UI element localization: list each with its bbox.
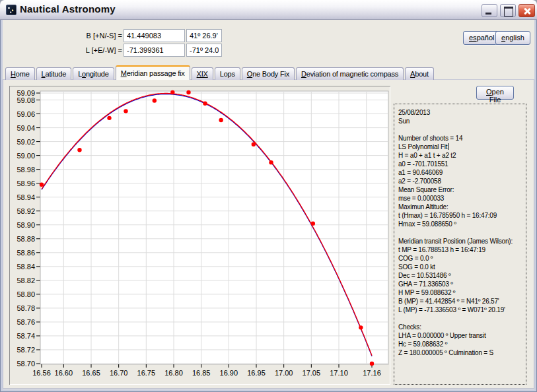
x-tick-label: 16.56: [32, 369, 51, 377]
y-tick-label: 58.94: [17, 193, 35, 201]
chart-panel: 16.5616.6016.6516.7016.7516.8016.8516.90…: [9, 86, 390, 385]
info-line: Checks:: [398, 323, 524, 331]
minimize-button[interactable]: [482, 4, 497, 17]
info-line: Sun: [398, 117, 524, 125]
tab-latitude[interactable]: Latitude: [36, 67, 72, 80]
y-tick-label: 59.02: [17, 138, 35, 146]
x-tick-label: 16.90: [220, 369, 238, 377]
info-line: COG = 0.0 º: [398, 254, 524, 263]
x-tick-label: 16.95: [247, 369, 266, 377]
tab-about[interactable]: About: [405, 67, 434, 80]
app-icon: [6, 5, 17, 15]
info-line: Meridian transit Position (James Wilson)…: [398, 237, 524, 245]
x-tick-label: 17.00: [275, 369, 293, 377]
info-line: GHA = 71.336503 º: [398, 280, 524, 288]
info-line: a2 = -2.700058: [398, 177, 524, 185]
info-line: Z = 180.000005 º Culmination = S: [398, 348, 524, 357]
y-tick-label: 58.90: [17, 221, 35, 229]
open-file-button[interactable]: Open File: [476, 86, 514, 100]
info-line: LS Polynomial Fit: [398, 143, 524, 151]
info-line: Maximun Altitude:: [398, 203, 524, 211]
info-line: 25/08/2013: [398, 108, 524, 117]
info-line: Number of shoots = 14: [398, 134, 524, 143]
y-tick-label: 58.84: [17, 263, 35, 271]
y-tick-label: 58.82: [17, 277, 35, 284]
info-line: L (MP) = -71.336503 º = W071º 20.19': [398, 306, 524, 314]
x-tick-label: 16.60: [55, 369, 73, 377]
info-line: Dec = 10.531486 º: [398, 271, 524, 280]
tab-meridian-passage-fix[interactable]: Meridian passage fix: [116, 65, 190, 80]
x-tick-label: 17.16: [363, 369, 381, 377]
info-line: a1 = 90.646069: [398, 168, 524, 177]
y-tick-label: 58.88: [17, 235, 35, 243]
data-point: [219, 118, 223, 122]
data-point: [359, 325, 363, 329]
x-tick-label: 17.10: [330, 369, 348, 377]
data-point: [311, 221, 315, 225]
longitude-dm-input[interactable]: [186, 44, 222, 57]
data-point: [124, 109, 127, 113]
info-line: [398, 228, 524, 237]
latitude-dm-input[interactable]: [186, 29, 222, 42]
latitude-field-label: B [+N/-S] =: [65, 32, 122, 40]
info-line: H MP = 59.088632 º: [398, 288, 524, 297]
app-window: Nautical Astronomy B [+N/-S] = L [+E/-W]…: [0, 0, 537, 392]
data-point: [107, 116, 111, 120]
tab-longitude[interactable]: Longitude: [73, 67, 114, 80]
x-tick-label: 17.05: [303, 369, 321, 377]
data-point: [40, 183, 44, 187]
tab-bar: HomeLatitudeLongitudeMeridian passage fi…: [5, 65, 533, 80]
y-tick-label: 58.74: [17, 332, 35, 340]
maximize-button[interactable]: [500, 4, 516, 17]
data-point: [252, 143, 256, 147]
y-tick-label: 58.76: [17, 318, 35, 326]
data-point: [77, 148, 81, 152]
y-tick-label: 58.72: [17, 346, 35, 354]
tab-xix[interactable]: XIX: [192, 67, 213, 80]
data-point: [186, 90, 190, 94]
text-caret: [448, 143, 448, 150]
info-line: [398, 314, 524, 323]
info-line: [398, 125, 524, 134]
plot-area: [40, 91, 388, 364]
info-line: t (Hmax) = 16.785950 h = 16:47:09: [398, 211, 524, 220]
data-point: [153, 98, 157, 102]
y-tick-label: 58.70: [17, 360, 35, 368]
info-line: Hc = 59.088632 º: [398, 340, 524, 348]
window-title: Nautical Astronomy: [20, 3, 116, 15]
y-tick-label: 58.86: [17, 249, 35, 257]
info-line: t MP = 16.788513 h = 16:47:19: [398, 245, 524, 254]
y-tick-label: 58.92: [17, 207, 35, 215]
y-tick-label: 58.96: [17, 180, 35, 187]
longitude-decimal-input[interactable]: [124, 44, 185, 57]
data-point: [203, 102, 207, 106]
close-button[interactable]: [519, 4, 535, 17]
longitude-field-label: L [+E/-W] =: [65, 46, 122, 54]
tab-one-body-fix[interactable]: One Body Fix: [242, 67, 295, 80]
info-line: B (MP) = 41.442854 º = N41º 26.57': [398, 297, 524, 306]
result-textbox[interactable]: 25/08/2013Sun Number of shoots = 14LS Po…: [394, 104, 526, 385]
info-line: mse = 0.000033: [398, 194, 524, 203]
data-point: [269, 160, 273, 164]
y-tick-label: 59.06: [17, 110, 35, 118]
tab-home[interactable]: Home: [5, 67, 35, 80]
tab-lops[interactable]: Lops: [215, 67, 240, 80]
info-line: Hmax = 59.088650 º: [398, 220, 524, 228]
x-tick-label: 16.75: [137, 369, 156, 377]
x-tick-label: 16.65: [82, 369, 100, 377]
english-language-button[interactable]: english: [495, 31, 530, 45]
info-line: LHA = 0.000000 º Upper transit: [398, 331, 524, 340]
info-line: a0 = -701.701551: [398, 160, 524, 168]
x-tick-label: 16.70: [110, 369, 128, 377]
latitude-decimal-input[interactable]: [124, 29, 185, 42]
title-bar[interactable]: Nautical Astronomy: [0, 0, 537, 20]
info-line: Mean Square Error:: [398, 185, 524, 194]
info-line: SOG = 0.0 kt: [398, 263, 524, 271]
tab-deviation-of-magnetic-compass[interactable]: Deviation of magnetic compass: [296, 67, 404, 80]
meridian-passage-chart: 16.5616.6016.6516.7016.7516.8016.8516.90…: [11, 87, 389, 383]
x-tick-label: 16.85: [192, 369, 211, 377]
y-tick-label: 59.04: [17, 124, 35, 132]
info-line: H = a0 + a1 t + a2 t2: [398, 151, 524, 160]
x-tick-label: 16.80: [164, 369, 183, 377]
data-point: [170, 90, 174, 94]
